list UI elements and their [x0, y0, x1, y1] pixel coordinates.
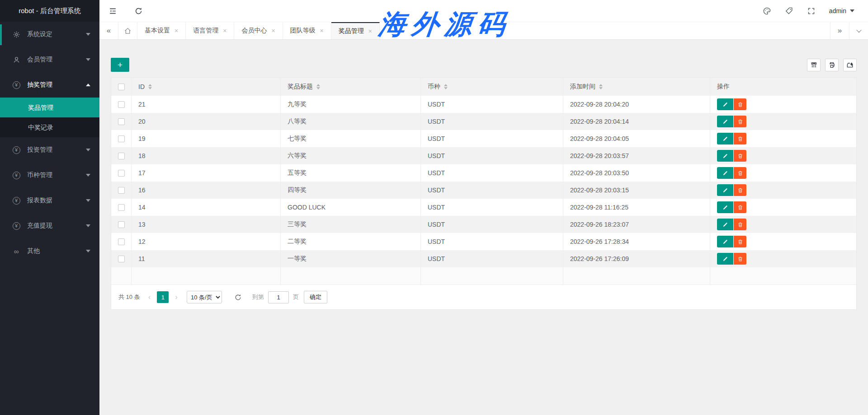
confirm-button[interactable]: 确定 [304, 291, 327, 303]
row-checkbox[interactable] [118, 153, 125, 159]
sidebar-toggle-icon[interactable] [108, 7, 117, 15]
sidebar-item-system-settings[interactable]: 系统设定 [0, 22, 99, 47]
delete-button[interactable] [734, 150, 746, 162]
edit-button[interactable] [717, 219, 733, 230]
edit-button[interactable] [717, 253, 733, 265]
cell-currency: USDT [421, 250, 563, 267]
sidebar-item-currency-management[interactable]: ¥ 币种管理 [0, 163, 99, 188]
delete-button[interactable] [734, 167, 746, 179]
select-all-cell [111, 78, 132, 96]
row-checkbox[interactable] [118, 238, 125, 245]
delete-button[interactable] [734, 236, 746, 247]
row-checkbox[interactable] [118, 118, 125, 125]
pagination-total: 共 10 条 [118, 293, 140, 301]
close-icon[interactable]: × [368, 28, 372, 35]
delete-button[interactable] [734, 201, 746, 213]
delete-button[interactable] [734, 253, 746, 265]
delete-button[interactable] [734, 133, 746, 145]
cell-title: 五等奖 [281, 164, 421, 182]
cell-id: 11 [132, 250, 281, 267]
edit-button[interactable] [717, 167, 733, 179]
tabs-menu-button[interactable] [849, 22, 868, 39]
sidebar-subitem-prize-management[interactable]: 奖品管理 [0, 98, 99, 117]
tab-team-level[interactable]: 团队等级 × [283, 22, 331, 39]
delete-button[interactable] [734, 219, 746, 230]
row-checkbox[interactable] [118, 170, 125, 177]
sidebar-subitem-winning-records[interactable]: 中奖记录 [0, 117, 99, 137]
sidebar-item-label: 报表数据 [27, 196, 86, 205]
page-size-select[interactable]: 10 条/页 [187, 291, 222, 303]
yen-circle-icon: ¥ [12, 197, 21, 205]
edit-button[interactable] [717, 184, 733, 196]
chevron-down-icon [86, 174, 90, 177]
sidebar-item-recharge-withdraw[interactable]: ¥ 充值提现 [0, 213, 99, 238]
cell-id: 14 [132, 199, 281, 216]
sort-icon[interactable] [316, 84, 320, 89]
edit-button[interactable] [717, 98, 733, 110]
pagination-page-button[interactable]: 1 [157, 291, 169, 303]
export-button[interactable] [843, 59, 857, 71]
row-checkbox[interactable] [118, 221, 125, 228]
row-checkbox[interactable] [118, 187, 125, 194]
cell-time: 2022-09-26 17:26:09 [563, 250, 710, 267]
refresh-icon[interactable] [134, 7, 143, 15]
sidebar-item-investment-management[interactable]: ¥ 投资管理 [0, 137, 99, 163]
home-tab-button[interactable] [118, 22, 137, 39]
content-area: + [99, 40, 868, 415]
delete-button[interactable] [734, 98, 746, 110]
sidebar-item-lottery-management[interactable]: ¥ 抽奖管理 [0, 72, 99, 98]
close-icon[interactable]: × [271, 27, 275, 34]
cell-currency: USDT [421, 147, 563, 164]
close-icon[interactable]: × [175, 27, 178, 34]
pagination-prev-button[interactable]: ‹ [146, 293, 153, 302]
edit-button[interactable] [717, 150, 733, 162]
edit-button[interactable] [717, 133, 733, 145]
sidebar-item-label: 投资管理 [27, 146, 86, 154]
column-header-title[interactable]: 奖品标题 [281, 78, 421, 96]
user-menu[interactable]: admin [829, 7, 854, 14]
tab-language-management[interactable]: 语言管理 × [186, 22, 234, 39]
sort-icon[interactable] [599, 84, 603, 89]
column-filter-button[interactable] [807, 59, 821, 71]
edit-button[interactable] [717, 201, 733, 213]
sidebar-item-other[interactable]: ∞ 其他 [0, 238, 99, 264]
row-checkbox[interactable] [118, 256, 125, 262]
add-prize-button[interactable]: + [111, 58, 129, 72]
cell-title: 二等奖 [281, 233, 421, 250]
cell-time: 2022-09-28 20:03:57 [563, 147, 710, 164]
delete-button[interactable] [734, 184, 746, 196]
sidebar-item-report-data[interactable]: ¥ 报表数据 [0, 188, 99, 213]
fullscreen-icon[interactable] [807, 7, 816, 15]
pagination-refresh-icon[interactable] [234, 294, 242, 301]
tabs-scroll-left-button[interactable]: « [99, 22, 118, 39]
row-checkbox[interactable] [118, 204, 125, 211]
cell-time: 2022-09-26 17:28:34 [563, 233, 710, 250]
cell-time: 2022-09-28 11:16:25 [563, 199, 710, 216]
column-header-time[interactable]: 添加时间 [563, 78, 710, 96]
print-button[interactable] [825, 59, 839, 71]
tabs-scroll-right-button[interactable]: » [830, 22, 849, 39]
column-header-currency[interactable]: 币种 [421, 78, 563, 96]
pagination-next-button[interactable]: › [173, 293, 180, 302]
cell-title: 七等奖 [281, 130, 421, 147]
tab-member-center[interactable]: 会员中心 × [234, 22, 283, 39]
column-header-id[interactable]: ID [132, 78, 281, 96]
row-checkbox[interactable] [118, 135, 125, 142]
sort-icon[interactable] [148, 84, 152, 89]
sort-icon[interactable] [444, 84, 448, 89]
sidebar-scrollbar[interactable] [0, 24, 2, 45]
sidebar-item-member-management[interactable]: 会员管理 [0, 47, 99, 72]
table-row: 19 七等奖 USDT 2022-09-28 20:04:05 [111, 130, 856, 147]
select-all-checkbox[interactable] [118, 84, 125, 90]
tab-prize-management[interactable]: 奖品管理 × [331, 22, 380, 39]
goto-page-input[interactable] [268, 291, 289, 303]
edit-button[interactable] [717, 116, 733, 127]
close-icon[interactable]: × [223, 27, 226, 34]
close-icon[interactable]: × [320, 27, 324, 34]
theme-palette-icon[interactable] [763, 7, 771, 15]
edit-button[interactable] [717, 236, 733, 247]
tab-basic-settings[interactable]: 基本设置 × [137, 22, 186, 39]
delete-button[interactable] [734, 116, 746, 127]
tag-icon[interactable] [785, 7, 793, 15]
row-checkbox[interactable] [118, 101, 125, 108]
